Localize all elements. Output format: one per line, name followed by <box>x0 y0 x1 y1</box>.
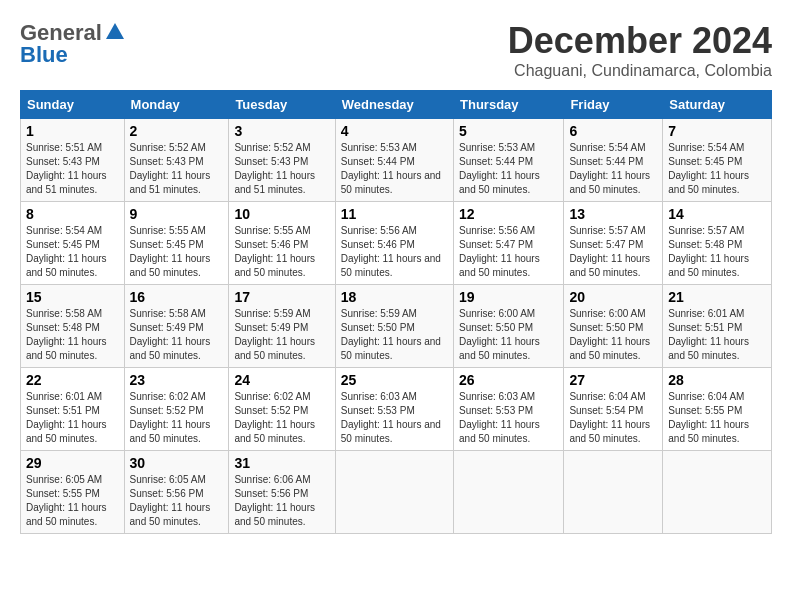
calendar-cell: 15 Sunrise: 5:58 AMSunset: 5:48 PMDaylig… <box>21 285 125 368</box>
calendar-cell <box>335 451 453 534</box>
calendar-week-5: 29 Sunrise: 6:05 AMSunset: 5:55 PMDaylig… <box>21 451 772 534</box>
calendar-header-row: SundayMondayTuesdayWednesdayThursdayFrid… <box>21 91 772 119</box>
day-number: 26 <box>459 372 558 388</box>
day-number: 10 <box>234 206 329 222</box>
calendar-cell: 29 Sunrise: 6:05 AMSunset: 5:55 PMDaylig… <box>21 451 125 534</box>
day-info: Sunrise: 6:00 AMSunset: 5:50 PMDaylight:… <box>569 308 650 361</box>
day-number: 19 <box>459 289 558 305</box>
calendar-cell: 18 Sunrise: 5:59 AMSunset: 5:50 PMDaylig… <box>335 285 453 368</box>
day-number: 23 <box>130 372 224 388</box>
day-number: 15 <box>26 289 119 305</box>
calendar-cell: 31 Sunrise: 6:06 AMSunset: 5:56 PMDaylig… <box>229 451 335 534</box>
header-monday: Monday <box>124 91 229 119</box>
logo: General Blue <box>20 20 126 68</box>
day-number: 8 <box>26 206 119 222</box>
calendar-cell: 21 Sunrise: 6:01 AMSunset: 5:51 PMDaylig… <box>663 285 772 368</box>
day-info: Sunrise: 5:57 AMSunset: 5:47 PMDaylight:… <box>569 225 650 278</box>
calendar-week-2: 8 Sunrise: 5:54 AMSunset: 5:45 PMDayligh… <box>21 202 772 285</box>
day-number: 14 <box>668 206 766 222</box>
calendar-cell: 1 Sunrise: 5:51 AMSunset: 5:43 PMDayligh… <box>21 119 125 202</box>
title-block: December 2024 Chaguani, Cundinamarca, Co… <box>508 20 772 80</box>
day-number: 27 <box>569 372 657 388</box>
calendar-cell: 8 Sunrise: 5:54 AMSunset: 5:45 PMDayligh… <box>21 202 125 285</box>
day-number: 25 <box>341 372 448 388</box>
calendar-cell: 3 Sunrise: 5:52 AMSunset: 5:43 PMDayligh… <box>229 119 335 202</box>
day-info: Sunrise: 5:52 AMSunset: 5:43 PMDaylight:… <box>130 142 211 195</box>
day-info: Sunrise: 6:05 AMSunset: 5:56 PMDaylight:… <box>130 474 211 527</box>
calendar-cell: 26 Sunrise: 6:03 AMSunset: 5:53 PMDaylig… <box>454 368 564 451</box>
day-number: 5 <box>459 123 558 139</box>
day-info: Sunrise: 6:02 AMSunset: 5:52 PMDaylight:… <box>234 391 315 444</box>
day-info: Sunrise: 5:53 AMSunset: 5:44 PMDaylight:… <box>459 142 540 195</box>
day-info: Sunrise: 5:52 AMSunset: 5:43 PMDaylight:… <box>234 142 315 195</box>
calendar-cell: 24 Sunrise: 6:02 AMSunset: 5:52 PMDaylig… <box>229 368 335 451</box>
day-info: Sunrise: 5:54 AMSunset: 5:44 PMDaylight:… <box>569 142 650 195</box>
day-info: Sunrise: 5:51 AMSunset: 5:43 PMDaylight:… <box>26 142 107 195</box>
calendar-cell: 12 Sunrise: 5:56 AMSunset: 5:47 PMDaylig… <box>454 202 564 285</box>
day-info: Sunrise: 5:55 AMSunset: 5:46 PMDaylight:… <box>234 225 315 278</box>
calendar-cell: 16 Sunrise: 5:58 AMSunset: 5:49 PMDaylig… <box>124 285 229 368</box>
day-number: 13 <box>569 206 657 222</box>
logo-blue: Blue <box>20 42 68 68</box>
day-info: Sunrise: 5:56 AMSunset: 5:47 PMDaylight:… <box>459 225 540 278</box>
calendar-cell: 13 Sunrise: 5:57 AMSunset: 5:47 PMDaylig… <box>564 202 663 285</box>
calendar-cell: 25 Sunrise: 6:03 AMSunset: 5:53 PMDaylig… <box>335 368 453 451</box>
calendar-cell: 14 Sunrise: 5:57 AMSunset: 5:48 PMDaylig… <box>663 202 772 285</box>
calendar-week-4: 22 Sunrise: 6:01 AMSunset: 5:51 PMDaylig… <box>21 368 772 451</box>
calendar-cell: 11 Sunrise: 5:56 AMSunset: 5:46 PMDaylig… <box>335 202 453 285</box>
calendar-week-1: 1 Sunrise: 5:51 AMSunset: 5:43 PMDayligh… <box>21 119 772 202</box>
calendar-cell: 7 Sunrise: 5:54 AMSunset: 5:45 PMDayligh… <box>663 119 772 202</box>
day-info: Sunrise: 5:54 AMSunset: 5:45 PMDaylight:… <box>26 225 107 278</box>
day-number: 3 <box>234 123 329 139</box>
header-saturday: Saturday <box>663 91 772 119</box>
header-sunday: Sunday <box>21 91 125 119</box>
day-number: 1 <box>26 123 119 139</box>
day-info: Sunrise: 6:00 AMSunset: 5:50 PMDaylight:… <box>459 308 540 361</box>
day-number: 31 <box>234 455 329 471</box>
calendar-cell: 20 Sunrise: 6:00 AMSunset: 5:50 PMDaylig… <box>564 285 663 368</box>
day-info: Sunrise: 5:59 AMSunset: 5:50 PMDaylight:… <box>341 308 441 361</box>
day-info: Sunrise: 5:56 AMSunset: 5:46 PMDaylight:… <box>341 225 441 278</box>
day-info: Sunrise: 6:01 AMSunset: 5:51 PMDaylight:… <box>26 391 107 444</box>
day-number: 30 <box>130 455 224 471</box>
day-number: 17 <box>234 289 329 305</box>
day-number: 4 <box>341 123 448 139</box>
logo-icon <box>104 21 126 43</box>
day-info: Sunrise: 6:01 AMSunset: 5:51 PMDaylight:… <box>668 308 749 361</box>
day-info: Sunrise: 6:02 AMSunset: 5:52 PMDaylight:… <box>130 391 211 444</box>
day-info: Sunrise: 6:05 AMSunset: 5:55 PMDaylight:… <box>26 474 107 527</box>
header-tuesday: Tuesday <box>229 91 335 119</box>
calendar-cell: 6 Sunrise: 5:54 AMSunset: 5:44 PMDayligh… <box>564 119 663 202</box>
calendar-cell: 5 Sunrise: 5:53 AMSunset: 5:44 PMDayligh… <box>454 119 564 202</box>
calendar-table: SundayMondayTuesdayWednesdayThursdayFrid… <box>20 90 772 534</box>
day-number: 9 <box>130 206 224 222</box>
calendar-cell: 30 Sunrise: 6:05 AMSunset: 5:56 PMDaylig… <box>124 451 229 534</box>
day-info: Sunrise: 6:03 AMSunset: 5:53 PMDaylight:… <box>459 391 540 444</box>
calendar-cell: 19 Sunrise: 6:00 AMSunset: 5:50 PMDaylig… <box>454 285 564 368</box>
day-number: 21 <box>668 289 766 305</box>
day-number: 18 <box>341 289 448 305</box>
day-info: Sunrise: 6:03 AMSunset: 5:53 PMDaylight:… <box>341 391 441 444</box>
calendar-cell: 27 Sunrise: 6:04 AMSunset: 5:54 PMDaylig… <box>564 368 663 451</box>
day-number: 11 <box>341 206 448 222</box>
day-info: Sunrise: 5:58 AMSunset: 5:49 PMDaylight:… <box>130 308 211 361</box>
day-info: Sunrise: 5:58 AMSunset: 5:48 PMDaylight:… <box>26 308 107 361</box>
day-number: 22 <box>26 372 119 388</box>
day-info: Sunrise: 6:04 AMSunset: 5:54 PMDaylight:… <box>569 391 650 444</box>
day-number: 29 <box>26 455 119 471</box>
calendar-cell: 17 Sunrise: 5:59 AMSunset: 5:49 PMDaylig… <box>229 285 335 368</box>
day-number: 24 <box>234 372 329 388</box>
day-number: 28 <box>668 372 766 388</box>
day-info: Sunrise: 5:55 AMSunset: 5:45 PMDaylight:… <box>130 225 211 278</box>
day-info: Sunrise: 5:59 AMSunset: 5:49 PMDaylight:… <box>234 308 315 361</box>
header-thursday: Thursday <box>454 91 564 119</box>
day-info: Sunrise: 5:53 AMSunset: 5:44 PMDaylight:… <box>341 142 441 195</box>
header-wednesday: Wednesday <box>335 91 453 119</box>
svg-marker-0 <box>106 23 124 39</box>
calendar-cell <box>454 451 564 534</box>
calendar-week-3: 15 Sunrise: 5:58 AMSunset: 5:48 PMDaylig… <box>21 285 772 368</box>
page-header: General Blue December 2024 Chaguani, Cun… <box>20 20 772 80</box>
page-subtitle: Chaguani, Cundinamarca, Colombia <box>508 62 772 80</box>
day-number: 12 <box>459 206 558 222</box>
calendar-cell <box>663 451 772 534</box>
